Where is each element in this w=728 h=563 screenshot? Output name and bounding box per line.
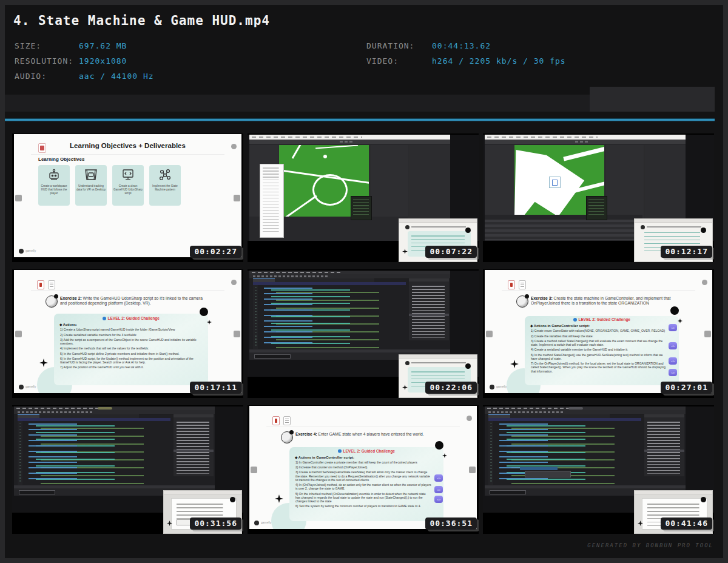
size-label: SIZE: bbox=[15, 41, 41, 50]
actions-label: ◆ Actions: bbox=[59, 323, 208, 327]
unity-toolbar bbox=[249, 140, 450, 145]
action-item: 3) Create a method called StateChanged()… bbox=[531, 339, 667, 347]
timestamp-badge: 00:12:17 bbox=[661, 246, 712, 258]
objective-cards: Create a worldspace HUD that follows the… bbox=[38, 165, 181, 206]
pip-heading-line bbox=[411, 226, 466, 228]
state-graph-icon bbox=[158, 168, 172, 181]
pip-avatar-icon bbox=[641, 225, 645, 229]
brand-logo-icon bbox=[19, 385, 24, 389]
mascot-avatar bbox=[46, 295, 58, 308]
action-item: 7) Adjust the position of the GameHUD un… bbox=[60, 366, 203, 369]
action-item: 5) On the inherited method (OnDeserializ… bbox=[295, 492, 431, 504]
action-item: 4) In (OnPlayerJoined) method, do an act… bbox=[295, 483, 431, 491]
brand-logo-text: gamelly bbox=[496, 385, 514, 389]
brand-logo: gamelly bbox=[254, 519, 297, 526]
level-dot-icon bbox=[338, 449, 342, 453]
slide-exercise-2: Exercise 2: Write the GameHUD UdonSharp … bbox=[14, 270, 241, 393]
scrub-bar[interactable] bbox=[5, 95, 590, 112]
brand-logo: gamelly bbox=[19, 248, 62, 254]
star-decoration bbox=[510, 360, 519, 368]
thumbnail-1[interactable]: Learning Objectives + Deliverables Learn… bbox=[12, 133, 243, 262]
pip-window-bar bbox=[164, 491, 241, 494]
slide-divider bbox=[31, 154, 224, 155]
video-value: h264 / 2205 kb/s / 30 fps bbox=[432, 56, 566, 66]
slide-exercise-4: Exercise 4: Enter GAME state when 4 play… bbox=[249, 406, 477, 529]
timestamp-badge: 00:02:27 bbox=[190, 246, 241, 258]
thumbnail-5[interactable]: 00:22:06 bbox=[248, 269, 479, 398]
home-icon bbox=[508, 280, 515, 289]
pip-avatar-icon bbox=[405, 361, 410, 365]
scrub-bar-highlight[interactable] bbox=[590, 87, 715, 112]
actions-label: ◆ Actions in GameController script: bbox=[530, 324, 679, 328]
thumbnail-9[interactable]: 00:41:46 bbox=[483, 405, 714, 534]
home-icon bbox=[37, 280, 44, 289]
vs-intellisense-highlight bbox=[520, 467, 558, 470]
vs-window bbox=[485, 406, 686, 496]
diamond-icon: ◆ bbox=[295, 456, 297, 459]
text-gizmo-icon bbox=[552, 180, 558, 186]
timestamp-badge: 00:31:56 bbox=[190, 517, 241, 530]
vs-search-box bbox=[254, 354, 291, 359]
gizmo-dot bbox=[323, 155, 327, 158]
diamond-icon: ◆ bbox=[59, 323, 62, 326]
action-item: 2) Increase that counter on method (OnPl… bbox=[295, 465, 431, 469]
pip-window-bar bbox=[635, 219, 712, 223]
vr-headset-icon bbox=[84, 168, 98, 181]
field-line bbox=[315, 145, 358, 149]
pip-star-decoration bbox=[402, 249, 408, 254]
list-icon bbox=[283, 416, 291, 425]
vs-line-numbers bbox=[253, 285, 258, 349]
objective-card-label: Create a clean GameHUD UdonSharp script bbox=[112, 184, 144, 195]
thumbnail-7[interactable]: 00:31:56 bbox=[12, 405, 243, 534]
unity-toolbar bbox=[485, 140, 686, 145]
resolution-label: RESOLUTION: bbox=[15, 56, 73, 66]
pip-circle-decoration bbox=[465, 363, 471, 369]
action-item: 3) Create a method SetState(GameState ne… bbox=[295, 471, 431, 482]
level-badge-text: LEVEL 2: Guided Challenge bbox=[579, 317, 630, 322]
context-menu bbox=[260, 164, 284, 238]
action-item: 1) Create a UdonSharp script named GameH… bbox=[60, 328, 203, 332]
thumbnail-6[interactable]: Exercise 3: Create the state machine in … bbox=[483, 269, 714, 398]
action-item: 1) In GameController create a private me… bbox=[295, 460, 431, 464]
actions-list: 1) Create enum GameState with values(NON… bbox=[531, 329, 667, 374]
hud-panel bbox=[549, 177, 561, 188]
circle-decoration bbox=[435, 441, 443, 450]
slide-prev-handle bbox=[15, 195, 22, 201]
exercise-heading: Exercise 3: Create the state machine in … bbox=[531, 295, 674, 306]
slide-prev-handle bbox=[15, 331, 22, 337]
pip-window-bar bbox=[399, 355, 477, 359]
thumbnail-4[interactable]: Exercise 2: Write the GameHUD UdonSharp … bbox=[12, 269, 243, 398]
vs-solution-explorer bbox=[174, 414, 214, 476]
code-snippet-button: </> bbox=[434, 474, 443, 482]
os-menubar bbox=[249, 135, 450, 140]
timestamp-badge: 00:27:01 bbox=[661, 382, 712, 394]
vs-line-numbers bbox=[488, 421, 493, 485]
thumbnail-2[interactable]: 00:07:22 bbox=[248, 133, 479, 262]
slide-zoom-button bbox=[467, 416, 472, 421]
pip-heading-line bbox=[411, 362, 466, 363]
brand-logo-icon bbox=[19, 249, 24, 254]
objective-card-label: Implement the State Machine pattern bbox=[149, 184, 181, 191]
resolution-value: 1920x1080 bbox=[79, 56, 127, 66]
actions-label: ◆ Actions in GameController script: bbox=[295, 455, 443, 459]
circle-decoration bbox=[200, 308, 208, 316]
slide-divider bbox=[502, 290, 695, 291]
objective-card: Implement the State Machine pattern bbox=[149, 165, 181, 206]
pip-close-icon bbox=[230, 497, 235, 502]
actions-box: LEVEL 2: Guided Challenge ◆ Actions in G… bbox=[525, 316, 679, 385]
action-item: 5) In the GameHUD script define 2 privat… bbox=[60, 352, 203, 356]
thumbnail-3[interactable]: 00:12:17 bbox=[483, 133, 714, 262]
audio-label: AUDIO: bbox=[15, 72, 47, 81]
vs-code-editor bbox=[22, 421, 170, 485]
actions-box: LEVEL 2: Guided Challenge ◆ Actions: 1) … bbox=[54, 314, 208, 385]
brand-logo-text: gamelly bbox=[25, 249, 44, 253]
thumbnail-8[interactable]: Exercise 4: Enter GAME state when 4 play… bbox=[248, 405, 479, 534]
exercise-number: Exercise 3: bbox=[531, 296, 553, 301]
objective-card-label: Create a worldspace HUD that follows the… bbox=[38, 184, 70, 195]
actions-box-content: LEVEL 2: Guided Challenge ◆ Actions in G… bbox=[525, 316, 679, 385]
size-value: 697.62 MB bbox=[79, 41, 127, 50]
thumbnail-grid: Learning Objectives + Deliverables Learn… bbox=[12, 133, 714, 534]
brand-logo-icon bbox=[254, 521, 259, 525]
exercise-text: Enter GAME state when 4 players have ent… bbox=[317, 432, 424, 437]
objective-card-label: Understand tracking data for VR vs Deskt… bbox=[75, 184, 107, 191]
